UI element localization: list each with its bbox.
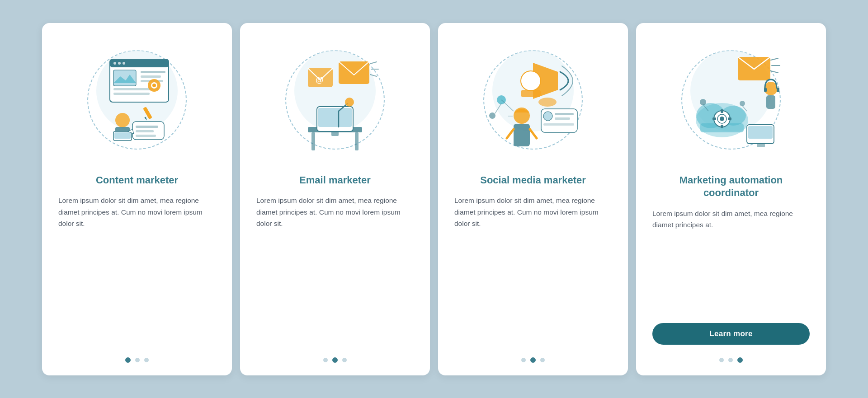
dot-active-3 [530,357,536,363]
svg-rect-67 [764,88,767,92]
dot-1d [719,358,724,362]
dots-row-1 [125,357,149,363]
svg-rect-83 [757,144,765,147]
illustration-social-media-marketer [470,37,596,163]
illustration-marketing-automation [668,37,794,163]
svg-point-15 [115,113,130,127]
dot-active-4 [737,357,743,363]
svg-line-63 [771,58,778,60]
svg-point-86 [740,101,745,106]
svg-rect-55 [555,117,570,120]
dot-1c [521,358,526,362]
svg-line-49 [507,129,514,138]
svg-rect-48 [514,124,530,146]
illustration-content-marketer [74,37,200,163]
dot-1b [323,358,328,362]
dots-row-2 [323,357,347,363]
svg-rect-56 [543,123,574,126]
card-title-social-media-marketer: Social media marketer [480,174,586,187]
card-body-social-media-marketer: Lorem ipsum dolor sit dim amet, mea regi… [454,195,612,344]
svg-point-44 [521,71,541,91]
svg-point-52 [543,112,552,121]
svg-point-3 [113,62,116,65]
card-email-marketer: @ Email marketer Lorem ipsum dolor sit d… [240,23,430,375]
svg-rect-11 [113,93,150,95]
svg-point-14 [152,84,156,87]
card-content-marketer: Content marketer Lorem ipsum dolor sit d… [42,23,232,375]
svg-point-35 [345,98,354,107]
card-body-email-marketer: Lorem ipsum dolor sit dim amet, mea regi… [256,195,414,344]
card-title-email-marketer: Email marketer [299,174,371,187]
card-body-marketing-automation: Lorem ipsum dolor sit dim amet, mea regi… [652,208,810,315]
svg-rect-77 [721,109,723,113]
svg-rect-28 [311,132,315,150]
cards-container: Content marketer Lorem ipsum dolor sit d… [24,9,844,389]
svg-point-58 [489,112,495,119]
svg-rect-79 [712,117,716,120]
illustration-email-marketer: @ [272,37,398,163]
dot-2 [135,358,140,362]
svg-rect-21 [136,126,158,128]
card-title-marketing-automation: Marketing automation coordinator [652,174,810,200]
svg-text:@: @ [316,75,324,84]
svg-point-5 [123,62,125,65]
dot-2d [728,358,733,362]
svg-rect-22 [136,130,154,132]
svg-rect-69 [766,95,775,109]
dot-3c [540,358,545,362]
svg-rect-82 [748,126,773,139]
dot-3b [342,358,347,362]
svg-line-39 [370,62,377,64]
svg-rect-45 [521,90,541,97]
dots-row-4 [719,357,743,363]
dot-active-2 [332,357,338,363]
svg-point-84 [700,99,706,105]
card-title-content-marketer: Content marketer [96,174,178,187]
svg-rect-6 [113,70,136,86]
card-marketing-automation: Marketing automation coordinator Lorem i… [636,23,826,375]
learn-more-button[interactable]: Learn more [652,323,810,345]
svg-rect-80 [728,117,731,120]
svg-rect-36 [339,61,369,84]
dot-3 [144,358,149,362]
svg-rect-7 [141,71,165,73]
svg-rect-23 [136,135,156,137]
svg-point-76 [720,117,724,121]
svg-rect-31 [318,108,352,127]
svg-rect-54 [555,113,574,115]
svg-point-4 [118,62,121,65]
svg-rect-18 [114,132,131,139]
svg-line-65 [771,71,778,73]
svg-rect-8 [141,75,161,78]
svg-point-46 [538,98,557,107]
svg-rect-68 [777,88,779,92]
svg-rect-78 [721,125,723,128]
dots-row-3 [521,357,545,363]
svg-rect-32 [331,131,339,136]
card-social-media-marketer: Social media marketer Lorem ipsum dolor … [438,23,628,375]
card-body-content-marketer: Lorem ipsum dolor sit dim amet, mea regi… [58,195,216,344]
svg-rect-29 [355,132,359,150]
dot-active-1 [125,357,131,363]
